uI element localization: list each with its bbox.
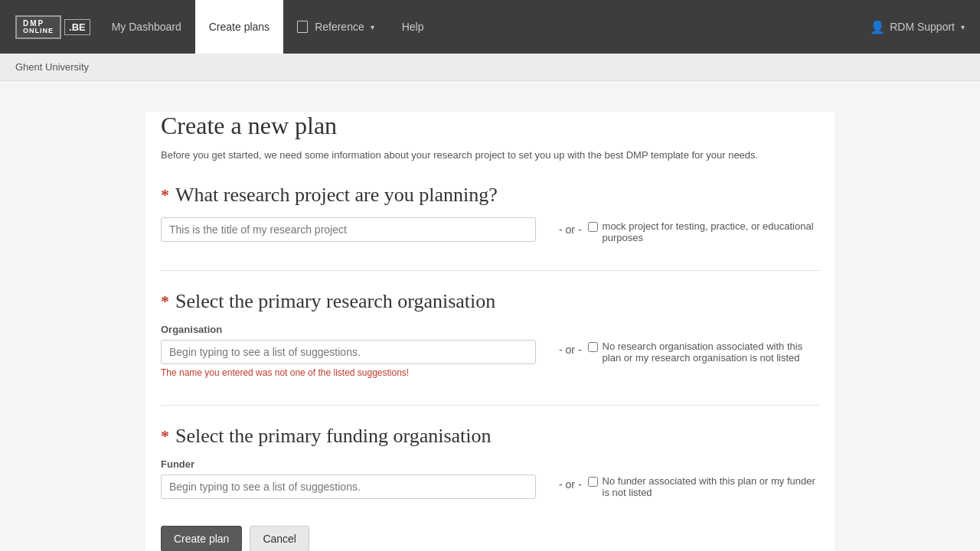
reference-dropdown-arrow: ▾: [371, 23, 374, 31]
funding-org-or-text: - or -: [559, 475, 582, 491]
nav-create-plans-label: Create plans: [209, 21, 270, 33]
mock-project-checkbox-label[interactable]: mock project for testing, practice, or e…: [588, 220, 819, 243]
required-star-1: *: [161, 187, 169, 204]
research-project-row: - or - mock project for testing, practic…: [161, 217, 819, 243]
required-star-2: *: [161, 293, 169, 310]
funder-field-label: Funder: [161, 458, 536, 470]
nav-reference-label: Reference: [315, 21, 364, 33]
research-project-label: What research project are you planning?: [175, 184, 498, 207]
research-project-title: * What research project are you planning…: [161, 184, 819, 207]
nav-user-label: RDM Support: [890, 21, 955, 33]
funding-org-title: * Select the primary funding organisatio…: [161, 425, 819, 448]
research-project-or-text: - or -: [559, 220, 582, 236]
nav-help-label: Help: [402, 21, 424, 33]
primary-org-input-col: Organisation The name you entered was no…: [161, 324, 536, 378]
nav-reference[interactable]: Reference ▾: [283, 0, 388, 54]
page-subtitle: Before you get started, we need some inf…: [161, 149, 819, 161]
brand-dmp-text: DMP ONLINE: [15, 15, 61, 39]
mock-project-label: mock project for testing, practice, or e…: [603, 220, 819, 243]
primary-org-section: * Select the primary research organisati…: [161, 290, 819, 378]
funder-input[interactable]: [161, 474, 536, 499]
funding-org-row: Funder - or - No funder associated with …: [161, 458, 819, 499]
org-error-text: The name you entered was not one of the …: [161, 367, 536, 378]
funding-org-section: * Select the primary funding organisatio…: [161, 425, 819, 499]
research-project-section: * What research project are you planning…: [161, 184, 819, 243]
research-project-or-col: - or - mock project for testing, practic…: [559, 217, 819, 243]
cancel-button[interactable]: Cancel: [250, 526, 309, 551]
nav-user-menu[interactable]: 👤 RDM Support ▾: [870, 20, 965, 34]
create-plan-label: Create plan: [174, 533, 229, 545]
no-funder-checkbox-label[interactable]: No funder associated with this plan or m…: [588, 475, 819, 498]
brand-dmp-line2: ONLINE: [23, 28, 54, 34]
doc-icon: [297, 21, 308, 33]
org-field-label: Organisation: [161, 324, 536, 335]
brand-dmp-line1: DMP: [23, 20, 54, 28]
breadcrumb-text: Ghent University: [15, 61, 89, 73]
brand-be-label: .BE: [64, 19, 90, 35]
primary-org-row: Organisation The name you entered was no…: [161, 324, 819, 378]
main-content: Create a new plan Before you get started…: [145, 112, 835, 551]
no-funder-checkbox[interactable]: [588, 477, 598, 487]
mock-project-checkbox[interactable]: [588, 222, 598, 232]
cancel-label: Cancel: [263, 533, 296, 545]
no-org-label: No research organisation associated with…: [603, 341, 819, 364]
brand-logo[interactable]: DMP ONLINE .BE: [15, 15, 90, 39]
divider-2: [161, 405, 819, 406]
create-plan-button[interactable]: Create plan: [161, 526, 242, 551]
nav-my-dashboard-label: My Dashboard: [112, 21, 181, 33]
nav-create-plans[interactable]: Create plans: [195, 0, 283, 54]
org-input[interactable]: [161, 340, 536, 364]
user-menu-caret: ▾: [961, 23, 965, 31]
nav-my-dashboard[interactable]: My Dashboard: [98, 0, 195, 54]
funding-org-input-col: Funder: [161, 458, 536, 499]
required-star-3: *: [161, 428, 169, 445]
user-icon: 👤: [870, 20, 885, 34]
divider-1: [161, 270, 819, 271]
primary-org-or-text: - or -: [559, 341, 582, 356]
breadcrumb: Ghent University: [0, 54, 980, 81]
no-funder-label: No funder associated with this plan or m…: [603, 475, 819, 498]
primary-org-title: * Select the primary research organisati…: [161, 290, 819, 313]
action-buttons: Create plan Cancel: [161, 526, 819, 551]
nav-items: My Dashboard Create plans Reference ▾ He…: [98, 0, 871, 54]
navbar: DMP ONLINE .BE My Dashboard Create plans…: [0, 0, 980, 54]
funding-org-label: Select the primary funding organisation: [175, 425, 492, 448]
no-org-checkbox[interactable]: [588, 342, 598, 352]
page-title: Create a new plan: [161, 112, 819, 140]
no-org-checkbox-label[interactable]: No research organisation associated with…: [588, 341, 819, 364]
research-project-input-col: [161, 217, 536, 242]
funding-org-or-col: - or - No funder associated with this pl…: [559, 458, 819, 498]
nav-help[interactable]: Help: [388, 0, 438, 54]
primary-org-or-col: - or - No research organisation associat…: [559, 324, 819, 364]
primary-org-label: Select the primary research organisation: [175, 290, 495, 313]
research-project-input[interactable]: [161, 217, 536, 242]
